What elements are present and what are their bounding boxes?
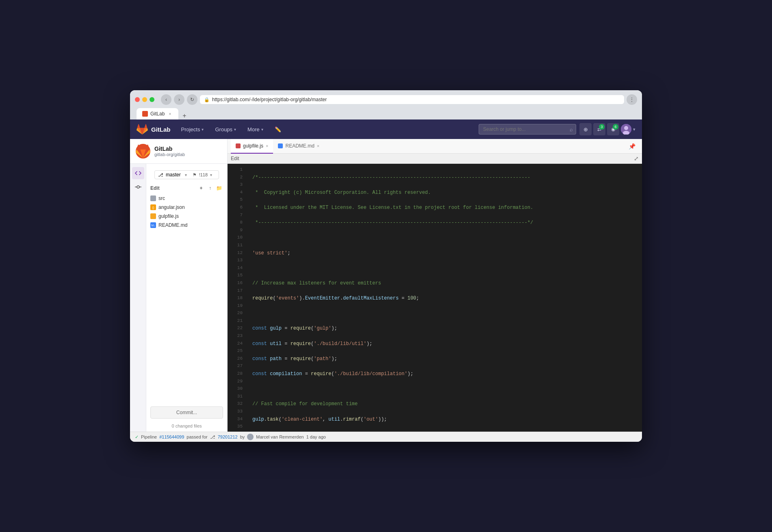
md-icon: M↓ bbox=[150, 222, 156, 228]
groups-chevron-icon: ▾ bbox=[234, 127, 236, 132]
expand-editor-button[interactable]: ⤢ bbox=[634, 155, 639, 162]
nav-pencil-icon[interactable]: ✏️ bbox=[271, 124, 285, 135]
address-text: https://gitlab.com/-/ide/project/gitlab-… bbox=[212, 97, 327, 102]
close-readme-tab[interactable]: × bbox=[317, 143, 319, 148]
commit-button[interactable]: Commit... bbox=[150, 406, 223, 419]
close-window-button[interactable] bbox=[135, 97, 140, 102]
mr-indicator: ⚑ bbox=[193, 172, 197, 178]
svg-point-3 bbox=[137, 186, 139, 188]
user-avatar[interactable] bbox=[621, 124, 631, 135]
avatar-chevron-icon[interactable]: ▾ bbox=[633, 127, 635, 132]
issues-button[interactable]: ◉ 6 bbox=[607, 123, 619, 135]
pipeline-id-link[interactable]: #115644099 bbox=[159, 434, 184, 439]
new-item-button[interactable]: ⊕ bbox=[579, 123, 592, 135]
main-container: GitLab gitlab-org/gitlab bbox=[130, 139, 642, 432]
browser-tab-gitlab[interactable]: GitLab × bbox=[137, 108, 178, 119]
project-avatar bbox=[136, 144, 150, 159]
code-content: 1 2 3 4 5 6 7 8 9 10 11 12 13 14 bbox=[228, 164, 642, 432]
pipeline-label: Pipeline bbox=[141, 434, 157, 439]
search-input[interactable] bbox=[479, 124, 576, 135]
mr-chevron-icon: ▾ bbox=[210, 173, 212, 177]
search-icon: ⌕ bbox=[570, 126, 573, 132]
mr-badge: 3 bbox=[599, 124, 605, 130]
tree-item-label: angular.json bbox=[158, 204, 185, 210]
maximize-window-button[interactable] bbox=[150, 97, 154, 102]
edit-section-header: Edit + ↑ 📁 bbox=[146, 182, 227, 194]
new-file-button[interactable]: + bbox=[197, 184, 205, 192]
projects-chevron-icon: ▾ bbox=[202, 127, 204, 132]
gulp-tab-icon bbox=[236, 143, 241, 148]
code-editor[interactable]: 1 2 3 4 5 6 7 8 9 10 11 12 13 14 bbox=[228, 164, 642, 432]
refresh-button[interactable]: ↻ bbox=[187, 94, 197, 105]
browser-window: ‹ › ↻ 🔒 https://gitlab.com/-/ide/project… bbox=[130, 90, 642, 442]
tree-actions: + ↑ 📁 bbox=[197, 184, 223, 192]
time-ago: 1 day ago bbox=[306, 434, 326, 439]
browser-controls: ‹ › ↻ 🔒 https://gitlab.com/-/ide/project… bbox=[135, 94, 637, 105]
pin-tab-button[interactable]: 📌 bbox=[625, 141, 639, 151]
branch-name: master bbox=[166, 172, 181, 178]
author-avatar bbox=[247, 434, 254, 440]
branch-chevron-icon: ▾ bbox=[185, 173, 187, 177]
tree-item-label: src bbox=[158, 195, 165, 201]
nav-groups[interactable]: Groups ▾ bbox=[211, 124, 240, 135]
md-tab-icon bbox=[278, 143, 283, 148]
issues-badge: 6 bbox=[613, 124, 618, 130]
upload-file-button[interactable]: ↑ bbox=[206, 184, 214, 192]
editor-tabs: gulpfile.js × README.md × 📌 bbox=[228, 139, 642, 154]
gitlab-fox-icon bbox=[137, 124, 148, 135]
new-folder-button[interactable]: 📁 bbox=[215, 184, 223, 192]
code-icon[interactable] bbox=[132, 167, 144, 179]
tab-favicon bbox=[142, 111, 148, 117]
commit-branch-icon: ⎇ bbox=[210, 434, 215, 440]
close-gulpfile-tab[interactable]: × bbox=[266, 143, 268, 148]
sidebar: GitLab gitlab-org/gitlab bbox=[130, 139, 228, 432]
project-path: gitlab-org/gitlab bbox=[154, 152, 185, 157]
tree-item-src[interactable]: src bbox=[146, 194, 227, 203]
tree-item-label: gulpfile.js bbox=[158, 213, 179, 219]
tab-label-gulpfile: gulpfile.js bbox=[243, 143, 263, 149]
file-tree: Edit + ↑ 📁 src bbox=[146, 179, 227, 403]
tree-item-label: README.md bbox=[158, 222, 187, 228]
code-lines: /*--------------------------------------… bbox=[246, 164, 642, 432]
browser-tabs: GitLab × + bbox=[135, 108, 637, 119]
more-options-button[interactable]: ⋮ bbox=[627, 94, 637, 105]
branch-selector[interactable]: ⎇ master ▾ ⚑ !118 ▾ bbox=[154, 170, 219, 179]
line-numbers: 1 2 3 4 5 6 7 8 9 10 11 12 13 14 bbox=[228, 164, 246, 432]
nav-icons: ⊕ ⇄ 3 ◉ 6 ▾ bbox=[579, 123, 635, 135]
minimize-window-button[interactable] bbox=[142, 97, 147, 102]
nav-projects[interactable]: Projects ▾ bbox=[177, 124, 208, 135]
nav-more[interactable]: More ▾ bbox=[243, 124, 267, 135]
new-tab-button[interactable]: + bbox=[179, 112, 189, 119]
browser-chrome: ‹ › ↻ 🔒 https://gitlab.com/-/ide/project… bbox=[130, 90, 642, 119]
branch-icon: ⎇ bbox=[158, 172, 163, 178]
merge-requests-button[interactable]: ⇄ 3 bbox=[593, 123, 605, 135]
author-name: Marcel van Remmerden bbox=[256, 434, 304, 439]
pipeline-passed-text: passed for bbox=[186, 434, 207, 439]
tree-item-angular-json[interactable]: {} angular.json bbox=[146, 203, 227, 212]
tree-item-gulpfile[interactable]: gulpfile.js bbox=[146, 212, 227, 221]
address-bar[interactable]: 🔒 https://gitlab.com/-/ide/project/gitla… bbox=[200, 95, 624, 104]
sidebar-icon-strip bbox=[130, 164, 146, 432]
traffic-lights bbox=[135, 97, 154, 102]
svg-point-1 bbox=[624, 126, 628, 130]
lock-icon: 🔒 bbox=[204, 97, 210, 102]
browser-nav: ‹ › ↻ 🔒 https://gitlab.com/-/ide/project… bbox=[161, 94, 637, 105]
gulp-folder-icon bbox=[150, 213, 156, 219]
sidebar-header: GitLab gitlab-org/gitlab bbox=[130, 139, 227, 164]
gitlab-logo: GitLab bbox=[137, 124, 171, 135]
editor-tab-readme[interactable]: README.md × bbox=[273, 139, 324, 154]
editor-tab-gulpfile[interactable]: gulpfile.js × bbox=[231, 139, 273, 154]
tab-close-button[interactable]: × bbox=[167, 111, 173, 117]
git-icon[interactable] bbox=[132, 181, 144, 193]
tab-label: GitLab bbox=[150, 111, 165, 117]
project-name: GitLab bbox=[154, 145, 185, 152]
author-by-text: by bbox=[240, 434, 245, 439]
commit-id-link[interactable]: 79201212 bbox=[218, 434, 238, 439]
gitlab-navbar: GitLab Projects ▾ Groups ▾ More ▾ ✏️ ⌕ ⊕… bbox=[130, 119, 642, 139]
editor-toolbar: Edit ⤢ bbox=[228, 154, 642, 164]
json-icon: {} bbox=[150, 204, 156, 210]
back-button[interactable]: ‹ bbox=[161, 94, 171, 105]
tab-label-readme: README.md bbox=[285, 143, 314, 149]
forward-button[interactable]: › bbox=[174, 94, 184, 105]
tree-item-readme[interactable]: M↓ README.md bbox=[146, 221, 227, 230]
